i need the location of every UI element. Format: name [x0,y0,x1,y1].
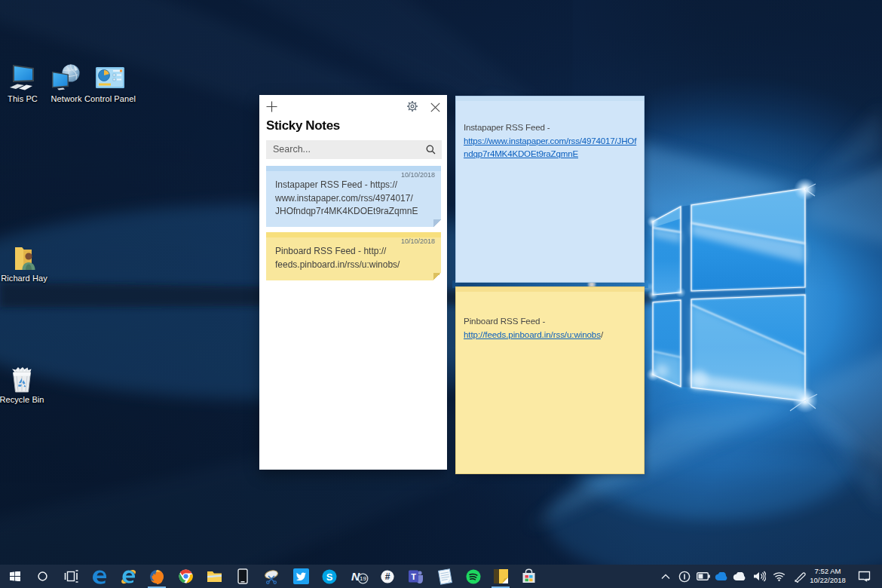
svg-text:T: T [411,572,416,581]
svg-text:#: # [385,571,390,582]
svg-text:S: S [326,571,333,582]
svg-text:19: 19 [360,575,366,582]
